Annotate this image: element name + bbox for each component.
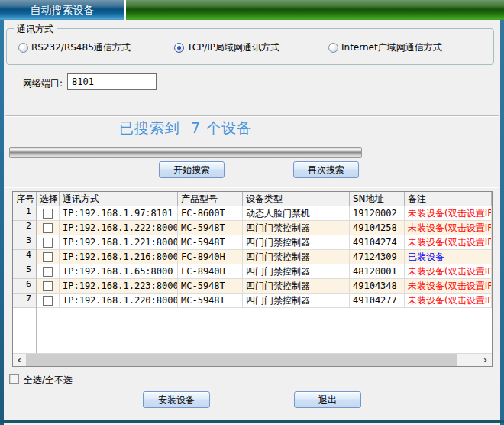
row-product-model: FC-8940H — [178, 264, 243, 279]
row-sn-address: 49104274 — [350, 235, 405, 250]
row-device-type: 四门门禁控制器 — [243, 250, 350, 264]
row-checkbox[interactable] — [43, 252, 53, 262]
row-checkbox[interactable] — [43, 223, 53, 233]
title-tab[interactable]: 自动搜索设备 — [0, 0, 126, 20]
table-row[interactable]: 1IP:192.168.1.97:8101FC-8600T动态人脸门禁机1912… — [13, 206, 492, 221]
row-checkbox[interactable] — [43, 296, 53, 306]
radio-icon — [328, 43, 338, 53]
table-row[interactable]: 7IP:192.168.1.220:8000MC-5948T四门门禁控制器491… — [13, 294, 492, 308]
row-comm-address: IP:192.168.1.220:8000 — [60, 294, 178, 308]
radio-label: Internet广域网通信方式 — [341, 41, 442, 54]
h-scrollbar[interactable]: ‹ › — [13, 353, 492, 366]
radio-internet-wan[interactable]: Internet广域网通信方式 — [328, 42, 442, 54]
select-all-checkbox[interactable] — [9, 374, 19, 384]
row-product-model: MC-5948T — [178, 294, 243, 308]
divider — [5, 187, 499, 188]
row-device-type: 四门门禁控制器 — [243, 294, 350, 308]
row-checkbox[interactable] — [43, 209, 53, 219]
table-empty-area — [13, 308, 492, 353]
row-product-model: MC-5948T — [178, 221, 243, 235]
radio-rs232-rs485[interactable]: RS232/RS485通信方式 — [18, 42, 131, 54]
row-checkbox[interactable] — [43, 238, 53, 248]
row-select-cell[interactable] — [37, 279, 60, 294]
search-again-button[interactable]: 再次搜索 — [293, 161, 359, 178]
progress-bar — [9, 147, 362, 158]
table-row[interactable]: 2IP:192.168.1.222:8000MC-5948T四门门禁控制器491… — [13, 221, 492, 235]
divider — [5, 115, 499, 117]
row-select-cell[interactable] — [37, 235, 60, 250]
column-header[interactable]: 选择 — [37, 192, 60, 206]
row-comm-address: IP:192.168.1.65:8000 — [60, 264, 178, 279]
row-sn-address: 49104258 — [350, 221, 405, 235]
table-row[interactable]: 3IP:192.168.1.221:8000MC-5948T四门门禁控制器491… — [13, 235, 492, 250]
row-checkbox[interactable] — [43, 267, 53, 277]
row-comm-address: IP:192.168.1.97:8101 — [60, 206, 178, 221]
row-product-model: MC-5948T — [178, 279, 243, 294]
row-sn-address: 47124309 — [350, 250, 405, 264]
network-port-label: 网络端口: — [23, 77, 63, 90]
row-device-type: 四门门禁控制器 — [243, 264, 350, 279]
row-index: 3 — [13, 235, 37, 250]
row-sn-address: 49104348 — [350, 279, 405, 294]
row-sn-address: 19120002 — [350, 206, 405, 221]
row-comm-address: IP:192.168.1.216:8000 — [60, 250, 178, 264]
row-index: 7 — [13, 294, 37, 308]
auto-search-devices-window: 自动搜索设备 通讯方式 RS232/RS485通信方式 TCP/IP局域网通讯方… — [0, 0, 504, 425]
row-comm-address: IP:192.168.1.223:8000 — [60, 279, 178, 294]
row-checkbox[interactable] — [43, 281, 53, 291]
row-product-model: FC-8600T — [178, 206, 243, 221]
row-note: 未装设备(双击设置IP — [405, 264, 492, 279]
row-index: 4 — [13, 250, 37, 264]
table-row[interactable]: 5IP:192.168.1.65:8000FC-8940H四门门禁控制器4812… — [13, 264, 492, 279]
scroll-left-icon[interactable]: ‹ — [13, 354, 26, 366]
column-header[interactable]: 设备类型 — [243, 192, 350, 206]
start-search-button[interactable]: 开始搜索 — [159, 161, 225, 178]
search-status: 已搜索到 7 个设备 — [9, 118, 362, 138]
table-row[interactable]: 6IP:192.168.1.223:8000MC-5948T四门门禁控制器491… — [13, 279, 492, 294]
row-note: 未装设备(双击设置IP — [405, 294, 492, 308]
install-device-button[interactable]: 安装设备 — [143, 391, 210, 408]
row-product-model: FC-8940H — [178, 250, 243, 264]
column-header[interactable]: 产品型号 — [178, 192, 243, 206]
window-title: 自动搜索设备 — [31, 4, 95, 16]
device-table-body: 1IP:192.168.1.97:8101FC-8600T动态人脸门禁机1912… — [13, 206, 492, 308]
column-header[interactable]: 备注 — [405, 192, 492, 206]
radio-icon — [174, 43, 184, 53]
radio-icon — [18, 43, 28, 53]
column-header[interactable]: 序号 — [13, 192, 37, 206]
row-index: 1 — [13, 206, 37, 221]
row-select-cell[interactable] — [37, 294, 60, 308]
row-product-model: MC-5948T — [178, 235, 243, 250]
scroll-thumb[interactable] — [26, 354, 457, 366]
column-header[interactable]: SN地址 — [350, 192, 405, 206]
table-header: 序号选择通讯方式产品型号设备类型SN地址备注 — [13, 192, 492, 206]
table-row[interactable]: 4IP:192.168.1.216:8000FC-8940H四门门禁控制器471… — [13, 250, 492, 264]
row-sn-address: 49104277 — [350, 294, 405, 308]
row-note: 未装设备(双击设置IP — [405, 235, 492, 250]
row-device-type: 四门门禁控制器 — [243, 279, 350, 294]
row-index: 6 — [13, 279, 37, 294]
row-comm-address: IP:192.168.1.221:8000 — [60, 235, 178, 250]
comm-method-group-title: 通讯方式 — [14, 23, 57, 36]
row-device-type: 四门门禁控制器 — [243, 235, 350, 250]
window-border-left — [0, 20, 4, 425]
row-select-cell[interactable] — [37, 221, 60, 235]
radio-tcpip-lan[interactable]: TCP/IP局域网通讯方式 — [174, 42, 279, 54]
row-comm-address: IP:192.168.1.222:8000 — [60, 221, 178, 235]
row-select-cell[interactable] — [37, 206, 60, 221]
row-index: 2 — [13, 221, 37, 235]
exit-button[interactable]: 退出 — [294, 391, 361, 408]
network-port-input[interactable] — [67, 73, 157, 90]
select-all-label: 全选/全不选 — [24, 374, 73, 387]
row-select-cell[interactable] — [37, 250, 60, 264]
row-select-cell[interactable] — [37, 264, 60, 279]
row-note: 已装设备 — [405, 250, 492, 264]
row-sn-address: 48120001 — [350, 264, 405, 279]
row-note: 未装设备(双击设置IP — [405, 221, 492, 235]
row-index: 5 — [13, 264, 37, 279]
window-border-right — [500, 20, 504, 425]
scroll-right-icon[interactable]: › — [479, 354, 492, 366]
column-header[interactable]: 通讯方式 — [60, 192, 178, 206]
row-device-type: 动态人脸门禁机 — [243, 206, 350, 221]
title-bar: 自动搜索设备 — [0, 0, 504, 20]
